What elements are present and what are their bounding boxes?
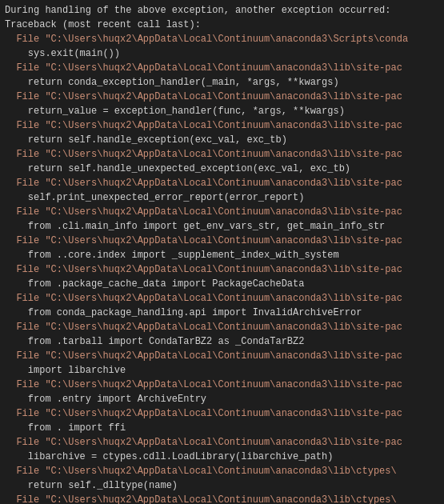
terminal-line-25: File "C:\Users\huqx2\AppData\Local\Conti… xyxy=(5,349,439,363)
terminal-line-12: return self.handle_unexpected_exception(… xyxy=(5,162,439,176)
terminal-line-33: File "C:\Users\huqx2\AppData\Local\Conti… xyxy=(5,464,439,478)
terminal-line-14: self.print_unexpected_error_report(error… xyxy=(5,190,439,205)
terminal-line-29: File "C:\Users\huqx2\AppData\Local\Conti… xyxy=(5,406,439,421)
terminal-line-27: File "C:\Users\huqx2\AppData\Local\Conti… xyxy=(5,378,439,392)
terminal-line-20: from .package_cache_data import PackageC… xyxy=(5,277,439,291)
terminal-line-10: return self.handle_exception(exc_val, ex… xyxy=(5,133,439,147)
terminal-line-11: File "C:\Users\huqx2\AppData\Local\Conti… xyxy=(5,147,439,162)
terminal-output: During handling of the above exception, … xyxy=(0,0,444,504)
terminal-line-5: File "C:\Users\huqx2\AppData\Local\Conti… xyxy=(5,61,439,75)
terminal-line-15: File "C:\Users\huqx2\AppData\Local\Conti… xyxy=(5,205,439,219)
terminal-line-0: During handling of the above exception, … xyxy=(5,3,439,18)
terminal-line-13: File "C:\Users\huqx2\AppData\Local\Conti… xyxy=(5,176,439,190)
terminal-line-22: from conda_package_handling.api import I… xyxy=(5,306,439,320)
terminal-line-30: from . import ffi xyxy=(5,421,439,435)
terminal-line-28: from .entry import ArchiveEntry xyxy=(5,392,439,406)
terminal-line-4: sys.exit(main()) xyxy=(5,46,439,61)
terminal-line-3: File "C:\Users\huqx2\AppData\Local\Conti… xyxy=(5,32,439,46)
terminal-line-32: libarchive = ctypes.cdll.LoadLibrary(lib… xyxy=(5,450,439,464)
terminal-line-8: return_value = exception_handler(func, *… xyxy=(5,104,439,118)
terminal-line-17: File "C:\Users\huqx2\AppData\Local\Conti… xyxy=(5,234,439,248)
terminal-line-18: from ..core.index import _supplement_ind… xyxy=(5,248,439,262)
terminal-line-35: File "C:\Users\huqx2\AppData\Local\Conti… xyxy=(5,493,439,504)
terminal-line-7: File "C:\Users\huqx2\AppData\Local\Conti… xyxy=(5,90,439,104)
terminal-line-6: return conda_exception_handler(_main, *a… xyxy=(5,75,439,90)
terminal-line-21: File "C:\Users\huqx2\AppData\Local\Conti… xyxy=(5,291,439,306)
terminal-line-24: from .tarball import CondaTarBZ2 as _Con… xyxy=(5,334,439,349)
terminal-line-19: File "C:\Users\huqx2\AppData\Local\Conti… xyxy=(5,262,439,277)
terminal-line-34: return self._dlltype(name) xyxy=(5,478,439,493)
terminal-line-9: File "C:\Users\huqx2\AppData\Local\Conti… xyxy=(5,118,439,133)
terminal-line-31: File "C:\Users\huqx2\AppData\Local\Conti… xyxy=(5,435,439,450)
terminal-line-2: Traceback (most recent call last): xyxy=(5,18,439,32)
terminal-line-26: import libarchive xyxy=(5,363,439,378)
terminal-line-23: File "C:\Users\huqx2\AppData\Local\Conti… xyxy=(5,320,439,334)
terminal-line-16: from .cli.main_info import get_env_vars_… xyxy=(5,219,439,234)
